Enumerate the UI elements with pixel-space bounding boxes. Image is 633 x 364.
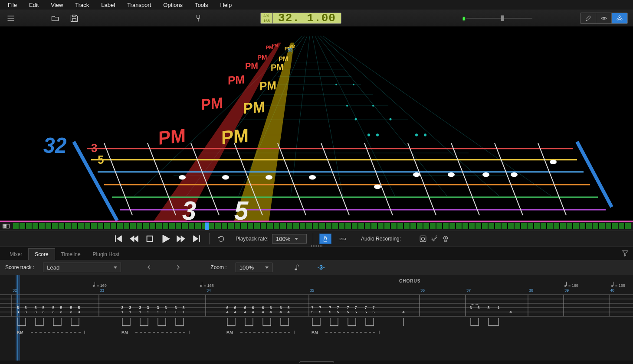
segment-cell[interactable] (169, 223, 175, 229)
segment-cell[interactable] (423, 223, 430, 229)
menu-options[interactable]: Options (157, 1, 189, 9)
webcam-button[interactable] (440, 234, 451, 244)
segment-cell[interactable] (91, 223, 97, 229)
segment-cell[interactable] (625, 223, 631, 229)
segment-cell[interactable] (208, 223, 214, 229)
score-track-dropdown[interactable]: Lead (43, 263, 121, 272)
segment-cell[interactable] (599, 223, 605, 229)
segment-cell[interactable] (397, 223, 403, 229)
skip-end-button[interactable] (190, 233, 203, 245)
tab-timeline[interactable]: Timeline (55, 249, 87, 260)
segment-cell[interactable] (39, 223, 45, 229)
segment-cell[interactable] (619, 223, 625, 229)
segment-cell[interactable] (117, 223, 123, 229)
menu-transport[interactable]: Transport (121, 1, 157, 9)
segment-cell[interactable] (541, 223, 547, 229)
segment-cell[interactable] (430, 223, 436, 229)
segment-cell[interactable] (33, 223, 39, 229)
segment-cell[interactable] (222, 223, 228, 229)
filter-icon[interactable] (622, 250, 629, 258)
segment-cell[interactable] (182, 223, 188, 229)
segment-cell[interactable] (143, 223, 149, 229)
segment-cell[interactable] (195, 223, 201, 229)
segment-cell[interactable] (352, 223, 358, 229)
menu-edit[interactable]: Edit (23, 1, 45, 9)
record-button[interactable] (417, 234, 429, 244)
segment-cell[interactable] (46, 223, 52, 229)
segment-cell[interactable] (189, 223, 195, 229)
segment-cell[interactable] (371, 223, 377, 229)
next-measure-button[interactable] (173, 263, 183, 272)
segment-cell[interactable] (436, 223, 443, 229)
tab-score[interactable]: Score (28, 248, 55, 260)
skip-start-button[interactable] (112, 233, 125, 245)
zoom-dropdown[interactable]: 100% (236, 263, 272, 272)
stop-button[interactable] (143, 233, 156, 245)
segment-cell[interactable] (300, 223, 306, 229)
segment-cell[interactable] (378, 223, 384, 229)
segment-cell[interactable] (156, 223, 162, 229)
rewind-button[interactable] (128, 233, 141, 245)
edit-mode-button[interactable] (581, 13, 596, 23)
segment-cell[interactable] (560, 223, 566, 229)
segment-cell[interactable] (612, 223, 618, 229)
metronome-toggle[interactable] (319, 234, 331, 244)
segment-cell[interactable] (508, 223, 514, 229)
volume-thumb[interactable] (501, 15, 504, 21)
segment-cell[interactable] (547, 223, 553, 229)
3d-note-highway[interactable]: PM PM PM PM PM PM PM PM PM PM PM PM PM P… (0, 27, 633, 221)
menu-track[interactable]: Track (69, 1, 95, 9)
segment-cell[interactable] (163, 223, 169, 229)
segment-cell[interactable] (521, 223, 527, 229)
segment-cell[interactable] (241, 223, 247, 229)
segment-cell[interactable] (228, 223, 234, 229)
segment-cell[interactable] (176, 223, 182, 229)
segment-cell[interactable] (313, 223, 319, 229)
segment-cell[interactable] (13, 223, 19, 229)
segment-cell[interactable] (306, 223, 312, 229)
segment-cell[interactable] (280, 223, 286, 229)
segment-cell[interactable] (150, 223, 156, 229)
segment-cell[interactable] (254, 223, 260, 229)
segment-cell[interactable] (235, 223, 241, 229)
prev-measure-button[interactable] (144, 263, 154, 272)
menu-help[interactable]: Help (214, 1, 238, 9)
playhead-marker[interactable] (205, 222, 209, 230)
segment-cell[interactable] (502, 223, 508, 229)
segment-cell[interactable] (72, 223, 78, 229)
segment-cell[interactable] (248, 223, 254, 229)
segment-cell[interactable] (365, 223, 371, 229)
segment-cell[interactable] (59, 223, 65, 229)
segment-cell[interactable] (339, 223, 345, 229)
segment-cell[interactable] (573, 223, 579, 229)
segment-cell[interactable] (586, 223, 592, 229)
menu-file[interactable]: File (2, 1, 23, 9)
segment-cell[interactable] (580, 223, 586, 229)
segment-cell[interactable] (78, 223, 84, 229)
segment-cell[interactable] (410, 223, 417, 229)
3d-mode-button[interactable] (612, 13, 627, 23)
segment-cell[interactable] (274, 223, 280, 229)
preview-mode-button[interactable] (596, 13, 612, 23)
segment-cell[interactable] (489, 223, 495, 229)
segment-cell[interactable] (391, 223, 397, 229)
segment-cell[interactable] (326, 223, 332, 229)
segment-cell[interactable] (384, 223, 390, 229)
segment-cell[interactable] (456, 223, 462, 229)
loop-button[interactable] (216, 234, 227, 244)
playback-rate-dropdown[interactable]: 100% (272, 234, 307, 244)
segment-cell[interactable] (130, 223, 136, 229)
segment-cell[interactable] (358, 223, 364, 229)
menu-tools[interactable]: Tools (189, 1, 214, 9)
segment-cell[interactable] (404, 223, 410, 229)
save-icon[interactable] (69, 13, 80, 24)
forward-button[interactable] (174, 233, 187, 245)
segment-cell[interactable] (528, 223, 534, 229)
segment-cell[interactable] (65, 223, 71, 229)
tablature-view[interactable]: 323334353637383940 CHORUS = 169= 168= 16… (0, 275, 633, 361)
segment-cell[interactable] (476, 223, 482, 229)
segment-cell[interactable] (554, 223, 560, 229)
segment-cell[interactable] (332, 223, 338, 229)
segment-cell[interactable] (462, 223, 469, 229)
volume-slider[interactable] (463, 16, 532, 21)
